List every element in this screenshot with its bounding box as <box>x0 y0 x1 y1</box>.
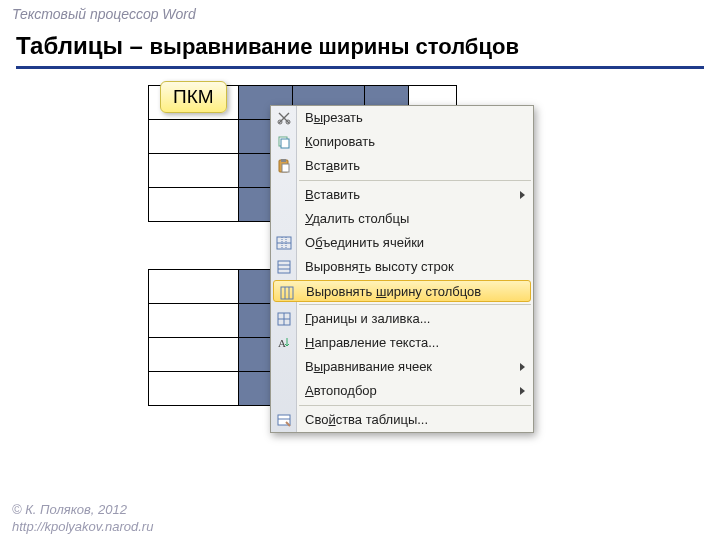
menu-cut[interactable]: Вырезать <box>271 106 533 130</box>
menu-borders-shading[interactable]: Границы и заливка... <box>271 307 533 331</box>
text-direction-icon: A <box>274 333 294 353</box>
menu-label: Удалить столбцы <box>305 211 409 226</box>
menu-merge-cells[interactable]: Объединить ячейки <box>271 231 533 255</box>
scissors-icon <box>274 108 294 128</box>
footer-line2: http://kpolyakov.narod.ru <box>12 519 153 536</box>
menu-cell-alignment[interactable]: Выравнивание ячеек <box>271 355 533 379</box>
svg-rect-7 <box>281 159 286 162</box>
footer-line1: © К. Поляков, 2012 <box>12 502 153 519</box>
menu-delete-columns[interactable]: Удалить столбцы <box>271 207 533 231</box>
distribute-rows-icon <box>274 257 294 277</box>
slide-footer: © К. Поляков, 2012 http://kpolyakov.naro… <box>12 502 153 536</box>
menu-separator <box>299 405 531 406</box>
slide-title: Таблицы – выравнивание ширины столбцов <box>0 24 720 62</box>
menu-label: Объединить ячейки <box>305 235 424 250</box>
menu-label: Автоподбор <box>305 383 377 398</box>
menu-copy[interactable]: Копировать <box>271 130 533 154</box>
menu-label: Вставить <box>305 187 360 202</box>
menu-label: Выровнять ширину столбцов <box>306 284 481 299</box>
table-properties-icon <box>274 410 294 430</box>
doc-subtitle: Текстовый процессор Word <box>0 0 720 24</box>
menu-label: Вырезать <box>305 110 363 125</box>
svg-text:A: A <box>278 337 286 349</box>
menu-text-direction[interactable]: A Направление текста... <box>271 331 533 355</box>
menu-autofit[interactable]: Автоподбор <box>271 379 533 403</box>
menu-insert[interactable]: Вставить <box>271 183 533 207</box>
copy-icon <box>274 132 294 152</box>
menu-label: Направление текста... <box>305 335 439 350</box>
svg-rect-13 <box>278 261 290 273</box>
title-part2: выравнивание ширины столбцов <box>150 34 519 59</box>
title-part1: Таблицы <box>16 32 123 59</box>
svg-rect-16 <box>281 287 293 299</box>
menu-separator <box>299 180 531 181</box>
menu-label: Границы и заливка... <box>305 311 430 326</box>
paste-icon <box>274 156 294 176</box>
menu-label: Выровнять высоту строк <box>305 259 454 274</box>
slide-canvas: ПКМ Вырезать Копировать Вставить Вставит… <box>0 69 720 489</box>
callout-rightclick: ПКМ <box>160 81 227 113</box>
menu-table-properties[interactable]: Свойства таблицы... <box>271 408 533 432</box>
svg-rect-8 <box>282 164 289 172</box>
menu-label: Копировать <box>305 134 375 149</box>
menu-label: Свойства таблицы... <box>305 412 428 427</box>
svg-rect-5 <box>281 139 289 148</box>
menu-label: Вставить <box>305 158 360 173</box>
menu-label: Выравнивание ячеек <box>305 359 432 374</box>
menu-paste[interactable]: Вставить <box>271 154 533 178</box>
menu-distribute-rows[interactable]: Выровнять высоту строк <box>271 255 533 279</box>
title-dash: – <box>123 32 150 59</box>
menu-distribute-columns[interactable]: Выровнять ширину столбцов <box>273 280 531 302</box>
distribute-columns-icon <box>277 283 297 303</box>
merge-cells-icon <box>274 233 294 253</box>
context-menu: Вырезать Копировать Вставить Вставить Уд… <box>270 105 534 433</box>
menu-separator <box>299 304 531 305</box>
borders-icon <box>274 309 294 329</box>
